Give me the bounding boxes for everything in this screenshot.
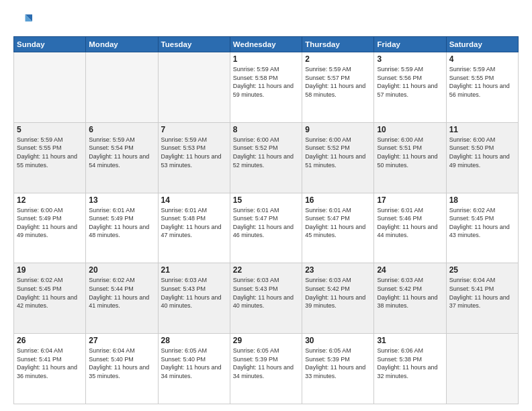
cell-info: Sunrise: 6:03 AM Sunset: 5:43 PM Dayligh…: [233, 276, 299, 310]
cell-info: Sunrise: 6:05 AM Sunset: 5:39 PM Dayligh…: [305, 347, 371, 380]
cell-info: Sunrise: 6:00 AM Sunset: 5:49 PM Dayligh…: [17, 206, 83, 240]
day-number: 14: [161, 195, 227, 205]
calendar-week-5: 26Sunrise: 6:04 AM Sunset: 5:41 PM Dayli…: [14, 334, 519, 404]
day-number: 6: [89, 125, 154, 134]
calendar-cell: [14, 52, 86, 123]
calendar-cell: 9Sunrise: 6:00 AM Sunset: 5:52 PM Daylig…: [302, 122, 374, 193]
calendar-cell: 5Sunrise: 5:59 AM Sunset: 5:55 PM Daylig…: [14, 122, 86, 193]
cell-info: Sunrise: 6:02 AM Sunset: 5:45 PM Dayligh…: [17, 276, 83, 310]
logo: [13, 12, 35, 31]
calendar-cell: 30Sunrise: 6:05 AM Sunset: 5:39 PM Dayli…: [302, 334, 374, 404]
calendar-cell: 29Sunrise: 6:05 AM Sunset: 5:39 PM Dayli…: [230, 334, 302, 404]
cell-info: Sunrise: 5:59 AM Sunset: 5:53 PM Dayligh…: [161, 136, 227, 169]
calendar-cell: 7Sunrise: 5:59 AM Sunset: 5:53 PM Daylig…: [158, 122, 230, 193]
calendar-cell: 20Sunrise: 6:02 AM Sunset: 5:44 PM Dayli…: [86, 263, 158, 334]
calendar-cell: 8Sunrise: 6:00 AM Sunset: 5:52 PM Daylig…: [230, 122, 302, 193]
calendar-cell: 19Sunrise: 6:02 AM Sunset: 5:45 PM Dayli…: [14, 263, 86, 334]
day-number: 19: [17, 265, 83, 275]
day-number: 21: [161, 265, 227, 275]
weekday-header-thursday: Thursday: [302, 37, 374, 52]
day-number: 5: [17, 125, 83, 134]
calendar-cell: 15Sunrise: 6:01 AM Sunset: 5:47 PM Dayli…: [230, 193, 302, 263]
cell-info: Sunrise: 6:00 AM Sunset: 5:52 PM Dayligh…: [305, 136, 371, 169]
calendar-cell: 16Sunrise: 6:01 AM Sunset: 5:47 PM Dayli…: [302, 193, 374, 263]
calendar-cell: 4Sunrise: 5:59 AM Sunset: 5:55 PM Daylig…: [446, 52, 518, 123]
calendar-cell: 23Sunrise: 6:03 AM Sunset: 5:42 PM Dayli…: [302, 263, 374, 334]
calendar-cell: 3Sunrise: 5:59 AM Sunset: 5:56 PM Daylig…: [374, 52, 446, 123]
weekday-header-tuesday: Tuesday: [158, 37, 230, 52]
calendar-cell: 27Sunrise: 6:04 AM Sunset: 5:40 PM Dayli…: [86, 334, 158, 404]
day-number: 3: [377, 54, 443, 64]
weekday-header-sunday: Sunday: [14, 37, 86, 52]
cell-info: Sunrise: 6:04 AM Sunset: 5:41 PM Dayligh…: [449, 276, 515, 310]
day-number: 27: [89, 336, 154, 345]
calendar-week-4: 19Sunrise: 6:02 AM Sunset: 5:45 PM Dayli…: [14, 263, 519, 334]
day-number: 22: [233, 265, 299, 275]
calendar-cell: 12Sunrise: 6:00 AM Sunset: 5:49 PM Dayli…: [14, 193, 86, 263]
day-number: 1: [233, 54, 299, 64]
day-number: 25: [449, 265, 515, 275]
calendar-cell: 14Sunrise: 6:01 AM Sunset: 5:48 PM Dayli…: [158, 193, 230, 263]
calendar-cell: 21Sunrise: 6:03 AM Sunset: 5:43 PM Dayli…: [158, 263, 230, 334]
cell-info: Sunrise: 5:59 AM Sunset: 5:58 PM Dayligh…: [233, 65, 299, 99]
cell-info: Sunrise: 5:59 AM Sunset: 5:55 PM Dayligh…: [17, 136, 83, 169]
calendar-cell: [446, 334, 518, 404]
day-number: 8: [233, 125, 299, 134]
calendar-cell: 6Sunrise: 5:59 AM Sunset: 5:54 PM Daylig…: [86, 122, 158, 193]
cell-info: Sunrise: 6:01 AM Sunset: 5:47 PM Dayligh…: [233, 206, 299, 240]
calendar-week-1: 1Sunrise: 5:59 AM Sunset: 5:58 PM Daylig…: [14, 52, 519, 123]
calendar-cell: 11Sunrise: 6:00 AM Sunset: 5:50 PM Dayli…: [446, 122, 518, 193]
day-number: 2: [305, 54, 371, 64]
cell-info: Sunrise: 6:02 AM Sunset: 5:44 PM Dayligh…: [89, 276, 154, 310]
weekday-header-saturday: Saturday: [446, 37, 518, 52]
cell-info: Sunrise: 6:04 AM Sunset: 5:41 PM Dayligh…: [17, 347, 83, 380]
calendar-cell: 28Sunrise: 6:05 AM Sunset: 5:40 PM Dayli…: [158, 334, 230, 404]
cell-info: Sunrise: 6:01 AM Sunset: 5:47 PM Dayligh…: [305, 206, 371, 240]
calendar-cell: 31Sunrise: 6:06 AM Sunset: 5:38 PM Dayli…: [374, 334, 446, 404]
calendar-cell: [86, 52, 158, 123]
day-number: 30: [305, 336, 371, 345]
cell-info: Sunrise: 5:59 AM Sunset: 5:55 PM Dayligh…: [449, 65, 515, 99]
cell-info: Sunrise: 6:00 AM Sunset: 5:52 PM Dayligh…: [233, 136, 299, 169]
cell-info: Sunrise: 6:00 AM Sunset: 5:51 PM Dayligh…: [377, 136, 443, 169]
day-number: 4: [449, 54, 515, 64]
cell-info: Sunrise: 6:03 AM Sunset: 5:42 PM Dayligh…: [377, 276, 443, 310]
calendar-cell: 17Sunrise: 6:01 AM Sunset: 5:46 PM Dayli…: [374, 193, 446, 263]
day-number: 18: [449, 195, 515, 205]
calendar-cell: [158, 52, 230, 123]
page: SundayMondayTuesdayWednesdayThursdayFrid…: [0, 0, 532, 411]
cell-info: Sunrise: 5:59 AM Sunset: 5:54 PM Dayligh…: [89, 136, 154, 169]
calendar-cell: 2Sunrise: 5:59 AM Sunset: 5:57 PM Daylig…: [302, 52, 374, 123]
day-number: 13: [89, 195, 154, 205]
day-number: 23: [305, 265, 371, 275]
header: [13, 12, 519, 31]
calendar-cell: 10Sunrise: 6:00 AM Sunset: 5:51 PM Dayli…: [374, 122, 446, 193]
weekday-header-wednesday: Wednesday: [230, 37, 302, 52]
cell-info: Sunrise: 6:00 AM Sunset: 5:50 PM Dayligh…: [449, 136, 515, 169]
calendar-cell: 25Sunrise: 6:04 AM Sunset: 5:41 PM Dayli…: [446, 263, 518, 334]
cell-info: Sunrise: 6:03 AM Sunset: 5:42 PM Dayligh…: [305, 276, 371, 310]
day-number: 16: [305, 195, 371, 205]
cell-info: Sunrise: 6:03 AM Sunset: 5:43 PM Dayligh…: [161, 276, 227, 310]
weekday-header-monday: Monday: [86, 37, 158, 52]
calendar-table: SundayMondayTuesdayWednesdayThursdayFrid…: [13, 36, 519, 404]
calendar-cell: 13Sunrise: 6:01 AM Sunset: 5:49 PM Dayli…: [86, 193, 158, 263]
day-number: 17: [377, 195, 443, 205]
day-number: 28: [161, 336, 227, 345]
day-number: 11: [449, 125, 515, 134]
weekday-header-row: SundayMondayTuesdayWednesdayThursdayFrid…: [14, 37, 519, 52]
day-number: 12: [17, 195, 83, 205]
cell-info: Sunrise: 6:05 AM Sunset: 5:39 PM Dayligh…: [233, 347, 299, 380]
cell-info: Sunrise: 6:06 AM Sunset: 5:38 PM Dayligh…: [377, 347, 443, 380]
cell-info: Sunrise: 6:02 AM Sunset: 5:45 PM Dayligh…: [449, 206, 515, 240]
cell-info: Sunrise: 5:59 AM Sunset: 5:56 PM Dayligh…: [377, 65, 443, 99]
day-number: 26: [17, 336, 83, 345]
cell-info: Sunrise: 6:01 AM Sunset: 5:46 PM Dayligh…: [377, 206, 443, 240]
day-number: 29: [233, 336, 299, 345]
day-number: 24: [377, 265, 443, 275]
calendar-cell: 24Sunrise: 6:03 AM Sunset: 5:42 PM Dayli…: [374, 263, 446, 334]
day-number: 10: [377, 125, 443, 134]
cell-info: Sunrise: 6:01 AM Sunset: 5:49 PM Dayligh…: [89, 206, 154, 240]
cell-info: Sunrise: 6:04 AM Sunset: 5:40 PM Dayligh…: [89, 347, 154, 380]
calendar-week-2: 5Sunrise: 5:59 AM Sunset: 5:55 PM Daylig…: [14, 122, 519, 193]
